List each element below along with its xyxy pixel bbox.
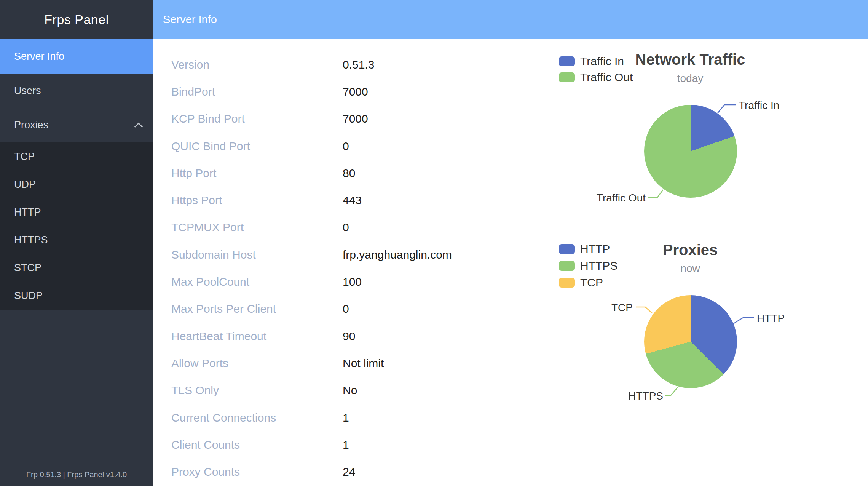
legend-label: HTTPS: [580, 259, 617, 272]
legend-swatch: [559, 278, 575, 288]
legend-item-http[interactable]: HTTP: [559, 243, 610, 256]
legend-swatch: [559, 72, 575, 82]
legend-item-https[interactable]: HTTPS: [559, 259, 617, 272]
legend-swatch: [559, 56, 575, 66]
info-label: Subdomain Host: [171, 248, 343, 261]
info-row: Client Counts 1: [171, 431, 529, 458]
info-row: Version 0.51.3: [171, 51, 529, 78]
info-value: No: [343, 384, 357, 397]
pie-slice-label: Traffic In: [739, 99, 779, 112]
sidebar-item-stcp[interactable]: STCP: [0, 254, 153, 282]
network-traffic-chart: Network Traffic today Traffic In Traffic…: [548, 46, 832, 225]
info-label: Https Port: [171, 194, 343, 207]
info-row: QUIC Bind Port 0: [171, 133, 529, 160]
sidebar-item-label: UDP: [14, 179, 36, 190]
info-value: 7000: [343, 112, 368, 125]
info-value: 7000: [343, 85, 368, 98]
info-row: Https Port 443: [171, 187, 529, 214]
app-title: Frps Panel: [0, 0, 153, 39]
sidebar-item-server-info[interactable]: Server Info: [0, 39, 153, 74]
sidebar-item-https[interactable]: HTTPS: [0, 226, 153, 254]
legend-label: Traffic In: [580, 55, 624, 68]
main-panel: Server Info Version 0.51.3 BindPort 7000…: [153, 0, 868, 486]
info-value: 100: [343, 275, 362, 288]
pie-chart[interactable]: [644, 105, 737, 198]
legend-label: HTTP: [580, 243, 610, 256]
info-label: TLS Only: [171, 384, 343, 397]
info-value: 80: [343, 167, 355, 180]
info-label: Allow Ports: [171, 357, 343, 370]
pie-slice-label: Traffic Out: [597, 192, 646, 204]
proxies-submenu: TCP UDP HTTP HTTPS STCP SUDP: [0, 142, 153, 310]
info-label: TCPMUX Port: [171, 221, 343, 234]
info-row: Max PoolCount 100: [171, 268, 529, 295]
pie-slice-label: HTTPS: [628, 390, 663, 402]
info-row: BindPort 7000: [171, 78, 529, 105]
proxies-chart: Proxies now HTTP HTTPS TCP: [548, 229, 832, 430]
sidebar: Frps Panel Server Info Users Proxies TCP…: [0, 0, 153, 486]
info-value: 443: [343, 194, 362, 207]
legend-swatch: [559, 261, 575, 271]
info-row: KCP Bind Port 7000: [171, 106, 529, 133]
info-row: HeartBeat Timeout 90: [171, 323, 529, 350]
page-header: Server Info: [153, 0, 868, 39]
frps-panel-app: Frps Panel Server Info Users Proxies TCP…: [0, 0, 868, 486]
info-row: TLS Only No: [171, 377, 529, 404]
info-label: Version: [171, 58, 343, 71]
info-label: QUIC Bind Port: [171, 140, 343, 153]
info-value: 0: [343, 302, 349, 315]
sidebar-item-label: STCP: [14, 262, 41, 273]
info-row: Subdomain Host frp.yanghuanglin.com: [171, 241, 529, 268]
sidebar-item-sudp[interactable]: SUDP: [0, 282, 153, 310]
sidebar-item-users[interactable]: Users: [0, 74, 153, 108]
sidebar-item-label: Users: [14, 85, 41, 96]
info-value: 0: [343, 140, 349, 153]
info-label: Http Port: [171, 167, 343, 180]
legend-item-traffic-in[interactable]: Traffic In: [559, 55, 624, 68]
info-label: KCP Bind Port: [171, 112, 343, 125]
sidebar-item-label: TCP: [14, 151, 35, 162]
chevron-up-icon[interactable]: [134, 123, 143, 131]
info-label: Max PoolCount: [171, 275, 343, 288]
pie-slice-label: TCP: [611, 302, 633, 314]
sidebar-item-http[interactable]: HTTP: [0, 198, 153, 226]
info-row: Current Connections 1: [171, 404, 529, 431]
sidebar-item-label: HTTPS: [14, 234, 48, 246]
legend-item-traffic-out[interactable]: Traffic Out: [559, 71, 633, 84]
version-footer: Frp 0.51.3 | Frps Panel v1.4.0: [0, 470, 153, 479]
info-value: 90: [343, 330, 355, 343]
info-label: Client Counts: [171, 438, 343, 451]
sidebar-item-label: SUDP: [14, 290, 43, 301]
info-label: BindPort: [171, 85, 343, 98]
sidebar-item-label: HTTP: [14, 206, 41, 218]
info-value: 1: [343, 438, 349, 451]
info-value: frp.yanghuanglin.com: [343, 248, 452, 261]
info-row: Proxy Counts 24: [171, 458, 529, 485]
info-value: 0.51.3: [343, 58, 374, 71]
pie-chart[interactable]: [644, 295, 737, 388]
legend-label: Traffic Out: [580, 71, 633, 84]
sidebar-item-label: Proxies: [14, 119, 48, 131]
info-row: Max Ports Per Client 0: [171, 296, 529, 323]
info-label: Current Connections: [171, 411, 343, 424]
info-row: TCPMUX Port 0: [171, 214, 529, 241]
legend-swatch: [559, 244, 575, 254]
info-value: 0: [343, 221, 349, 234]
info-value: 24: [343, 465, 355, 478]
info-label: Max Ports Per Client: [171, 302, 343, 315]
info-value: 1: [343, 411, 349, 424]
pie-slice-label: HTTP: [757, 312, 785, 325]
sidebar-item-label: Server Info: [14, 51, 64, 62]
info-label: Proxy Counts: [171, 465, 343, 478]
page-title: Server Info: [163, 13, 217, 26]
legend-item-tcp[interactable]: TCP: [559, 276, 603, 289]
legend-label: TCP: [580, 276, 603, 289]
info-label: HeartBeat Timeout: [171, 330, 343, 343]
sidebar-item-proxies[interactable]: Proxies: [0, 108, 153, 142]
server-info-list: Version 0.51.3 BindPort 7000 KCP Bind Po…: [171, 51, 529, 486]
sidebar-item-tcp[interactable]: TCP: [0, 143, 153, 171]
sidebar-item-udp[interactable]: UDP: [0, 171, 153, 198]
info-row: Http Port 80: [171, 160, 529, 187]
info-row: Allow Ports Not limit: [171, 350, 529, 377]
info-value: Not limit: [343, 357, 384, 370]
